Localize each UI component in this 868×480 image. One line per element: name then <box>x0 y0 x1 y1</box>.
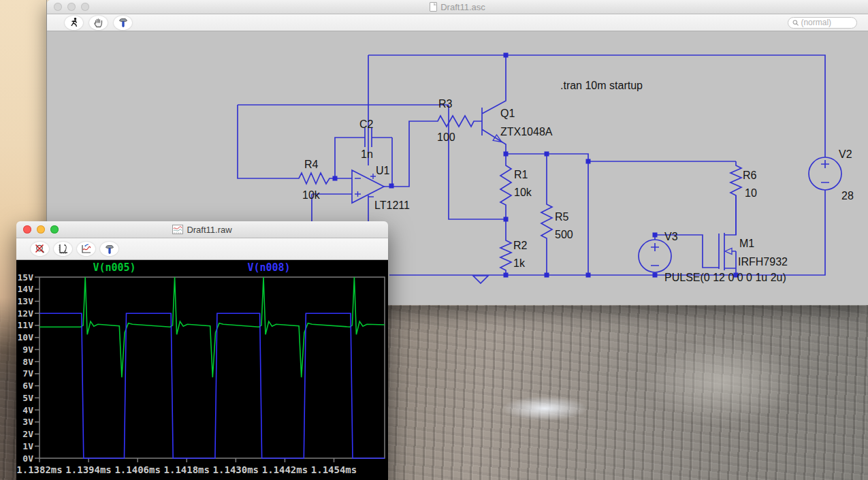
wire-junctions <box>333 53 739 278</box>
r5-ref[interactable]: R5 <box>555 211 569 223</box>
zoom-off-icon <box>34 243 46 255</box>
x-tick-label: 1.1442ms <box>262 464 308 475</box>
autorange-button[interactable] <box>54 242 72 256</box>
schematic-toolbar <box>47 14 868 31</box>
waveform-plot[interactable]: 0V1V2V3V4V5V6V7V8V9V10V11V12V13V14V15V1.… <box>16 260 388 480</box>
m1-ref[interactable]: M1 <box>739 238 754 249</box>
r2-ref[interactable]: R2 <box>513 240 528 251</box>
trace-V(n008) <box>39 313 385 458</box>
y-tick-label: 2V <box>22 429 33 439</box>
r3-symbol[interactable] <box>384 116 482 187</box>
y-tick-label: 15V <box>18 272 34 283</box>
tools-button[interactable] <box>114 16 132 30</box>
r6-value[interactable]: 10 <box>745 187 757 199</box>
y-tick-label: 10V <box>18 332 34 342</box>
r1-symbol[interactable] <box>500 154 511 219</box>
v3-ref[interactable]: V3 <box>664 231 678 242</box>
r4-value[interactable]: 10k <box>302 189 321 201</box>
pan-button[interactable] <box>89 16 108 30</box>
x-tick-label: 1.1382ms <box>16 464 62 475</box>
hand-icon <box>93 17 103 28</box>
m1-value[interactable]: IRFH7932 <box>738 256 788 268</box>
y-tick-label: 5V <box>22 393 33 403</box>
v3-value[interactable]: PULSE(0 12 0 0 0 1u 2u) <box>664 272 786 283</box>
x-tick-label: 1.1406ms <box>114 464 160 475</box>
plot-settings-button[interactable] <box>77 242 95 256</box>
r1-ref[interactable]: R1 <box>514 169 528 180</box>
waveform-doc-icon <box>172 225 183 234</box>
hammer-icon <box>118 17 129 28</box>
waveform-window-title: Draft11.raw <box>172 225 231 235</box>
minimize-button[interactable] <box>37 225 45 234</box>
run-button[interactable] <box>65 16 83 30</box>
r3-ref[interactable]: R3 <box>438 98 453 110</box>
q1-ref[interactable]: Q1 <box>500 108 515 119</box>
autorange-icon <box>57 243 69 255</box>
q1-value[interactable]: ZTX1048A <box>500 126 553 138</box>
zoom-button[interactable] <box>81 3 89 11</box>
schematic-window-title: Draft11.asc <box>430 2 485 12</box>
y-tick-label: 0V <box>22 453 33 464</box>
y-tick-label: 14V <box>18 284 34 294</box>
x-tick-label: 1.1454ms <box>311 464 357 475</box>
x-tick-label: 1.1418ms <box>164 464 210 475</box>
u1-value[interactable]: LT1211 <box>374 199 410 211</box>
r1-value[interactable]: 10k <box>514 187 532 198</box>
ground-symbol <box>473 276 488 283</box>
schematic-titlebar[interactable]: Draft11.asc <box>47 0 868 14</box>
run-icon <box>69 17 80 28</box>
y-tick-label: 8V <box>22 357 33 367</box>
search-field[interactable] <box>788 17 857 29</box>
close-button[interactable] <box>54 3 62 11</box>
waveform-traffic-lights <box>23 225 59 234</box>
zoom-button[interactable] <box>50 225 59 234</box>
r2-symbol[interactable] <box>500 219 511 275</box>
waveform-plot-area[interactable]: 0V1V2V3V4V5V6V7V8V9V10V11V12V13V14V15V1.… <box>16 260 388 480</box>
y-tick-label: 13V <box>18 296 34 306</box>
spice-directive[interactable]: .tran 10m startup <box>560 80 643 91</box>
y-tick-label: 7V <box>22 368 33 379</box>
search-input[interactable] <box>801 18 852 27</box>
x-tick-label: 1.1430ms <box>213 464 259 475</box>
r4-ref[interactable]: R4 <box>304 159 319 170</box>
v2-ref[interactable]: V2 <box>839 148 852 160</box>
c2-value[interactable]: 1n <box>361 148 373 160</box>
tools-button[interactable] <box>100 242 118 256</box>
v2-value[interactable]: 28 <box>841 190 854 202</box>
schematic-traffic-lights <box>54 3 89 11</box>
r6-ref[interactable]: R6 <box>743 170 757 181</box>
waveform-toolbar <box>16 238 388 260</box>
r3-value[interactable]: 100 <box>437 131 455 143</box>
zoom-off-button[interactable] <box>31 242 49 256</box>
close-button[interactable] <box>23 225 31 234</box>
y-tick-label: 3V <box>22 417 33 427</box>
waveform-window: Draft11.raw <box>16 221 388 480</box>
c2-ref[interactable]: C2 <box>359 118 374 130</box>
plot-settings-icon <box>80 243 92 255</box>
legend-V(n008): V(n008) <box>247 261 290 274</box>
y-tick-label: 11V <box>18 320 34 330</box>
r5-value[interactable]: 500 <box>555 229 573 240</box>
u1-ref[interactable]: U1 <box>376 165 390 176</box>
x-tick-label: 1.1394ms <box>65 464 111 475</box>
search-icon <box>792 19 799 27</box>
hammer-icon <box>104 244 115 255</box>
y-tick-label: 12V <box>18 308 34 319</box>
r2-value[interactable]: 1k <box>513 257 526 269</box>
r5-symbol[interactable] <box>541 154 552 275</box>
minimize-button[interactable] <box>67 3 76 11</box>
waveform-titlebar[interactable]: Draft11.raw <box>16 221 388 238</box>
document-icon <box>430 2 437 12</box>
legend-V(n005): V(n005) <box>93 261 135 274</box>
y-tick-label: 4V <box>22 405 33 415</box>
y-tick-label: 1V <box>22 441 33 451</box>
y-tick-label: 9V <box>22 345 33 355</box>
r4-symbol[interactable] <box>238 105 449 184</box>
trace-V(n005) <box>39 277 385 377</box>
y-tick-label: 6V <box>22 381 33 391</box>
